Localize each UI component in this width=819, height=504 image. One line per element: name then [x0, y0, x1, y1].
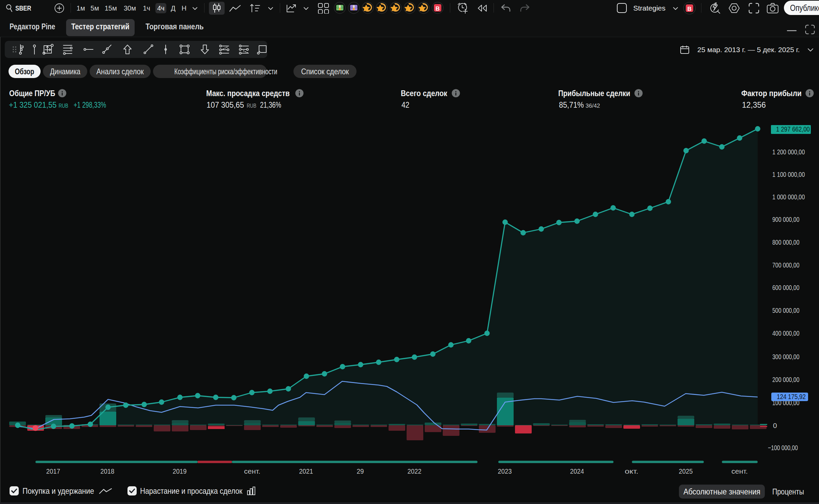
svg-text:сент.: сент.	[244, 467, 260, 475]
svg-text:800 000,00: 800 000,00	[772, 238, 800, 246]
svg-text:200 000,00: 200 000,00	[772, 376, 800, 383]
svg-text:1 000 000,00: 1 000 000,00	[772, 193, 805, 201]
svg-text:−100 000,00: −100 000,00	[768, 444, 798, 452]
svg-text:сент.: сент.	[731, 467, 748, 475]
svg-text:0: 0	[773, 422, 777, 429]
svg-text:2021: 2021	[299, 467, 313, 475]
svg-text:2023: 2023	[498, 467, 512, 475]
svg-text:124 175,92: 124 175,92	[777, 393, 806, 400]
svg-text:2019: 2019	[173, 467, 187, 475]
svg-text:1 100 000,00: 1 100 000,00	[772, 170, 805, 178]
svg-text:2017: 2017	[46, 467, 60, 475]
svg-text:29: 29	[357, 467, 364, 475]
svg-text:1 297 662,00: 1 297 662,00	[776, 125, 810, 133]
svg-text:700 000,00: 700 000,00	[772, 261, 800, 269]
svg-text:окт.: окт.	[625, 467, 638, 475]
svg-text:300 000,00: 300 000,00	[772, 353, 800, 361]
svg-text:900 000,00: 900 000,00	[772, 215, 800, 223]
svg-text:500 000,00: 500 000,00	[772, 306, 800, 314]
svg-text:600 000,00: 600 000,00	[772, 284, 800, 291]
svg-text:2024: 2024	[570, 467, 584, 475]
svg-text:1 200 000,00: 1 200 000,00	[772, 148, 805, 156]
svg-text:2018: 2018	[101, 467, 115, 475]
svg-text:400 000,00: 400 000,00	[772, 329, 800, 337]
svg-text:2022: 2022	[408, 467, 422, 475]
svg-text:2025: 2025	[679, 467, 693, 475]
